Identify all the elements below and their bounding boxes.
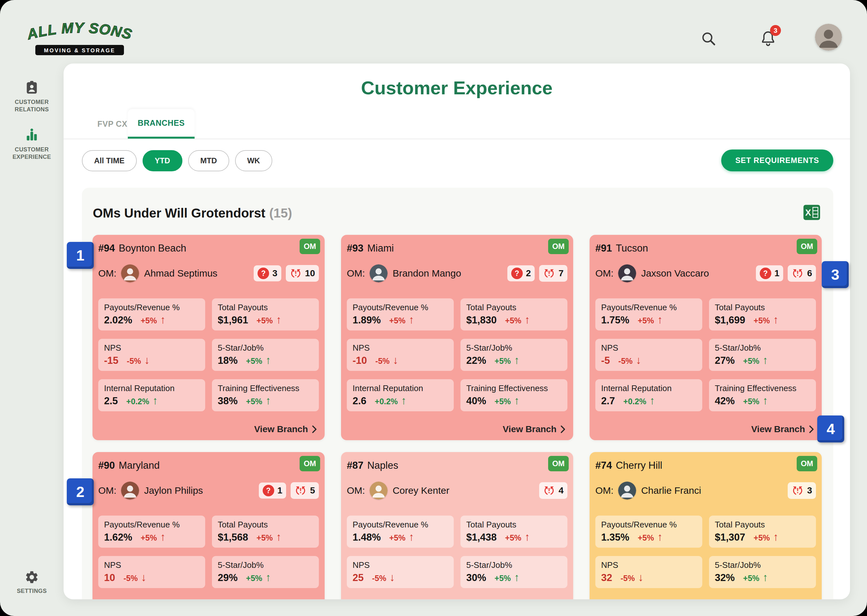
search-button[interactable] — [699, 30, 717, 47]
metrics-grid: Payouts/Revenue % 1.48% +5% ↑ Total Payo… — [347, 515, 567, 588]
trend-arrow: ↑ — [409, 534, 414, 540]
alert-count: 5 — [310, 486, 315, 496]
metric-change: +5% — [638, 316, 654, 325]
branch-card[interactable]: OM #90Maryland OM: Jaylon Philips ? 1 — [93, 452, 325, 599]
metric-change: +0.2% — [623, 397, 646, 406]
metric-cell: 5-Star/Job% 30% +5% ↑ — [460, 556, 567, 588]
metric-trend: +5% ↑ — [246, 574, 271, 583]
metric-value: 22% — [466, 355, 486, 366]
view-branch-link[interactable]: View Branch — [254, 424, 317, 434]
om-row: OM: Jaylon Philips ? 1 — [98, 482, 319, 500]
metric-value: $1,438 — [466, 532, 497, 543]
alert-badge: 10 — [286, 265, 319, 282]
question-icon: ? — [511, 267, 523, 279]
view-branch-link[interactable]: View Branch — [751, 424, 814, 434]
metric-change: +0.2% — [126, 397, 149, 406]
metric-trend: +5% ↑ — [505, 316, 530, 325]
metric-value: 18% — [218, 355, 238, 366]
om-label: OM: — [595, 268, 614, 279]
metric-value: 30% — [466, 572, 486, 584]
metric-trend: -5% ↓ — [620, 574, 643, 583]
sync-alert-icon — [791, 484, 804, 497]
metric-cell: Payouts/Revenue % 1.89% +5% ↑ — [347, 299, 454, 330]
sidebar-item-customer-experience[interactable]: CUSTOMER EXPERIENCE — [0, 127, 63, 161]
branch-card-row-2: OM #90Maryland OM: Jaylon Philips ? 1 — [93, 452, 822, 599]
trend-arrow: ↑ — [525, 534, 530, 540]
metric-label: Total Payouts — [466, 303, 562, 313]
export-excel-button[interactable]: X — [803, 204, 820, 222]
metric-label: NPS — [353, 343, 448, 353]
tab-branches[interactable]: BRANCHES — [128, 109, 195, 138]
metric-trend: +5% ↑ — [638, 533, 663, 542]
customer-experience-icon — [24, 127, 40, 143]
metric-value: 2.7 — [601, 395, 615, 407]
metric-label: NPS — [104, 560, 199, 570]
om-name: Brandon Mango — [393, 268, 462, 279]
metric-cell: Payouts/Revenue % 1.75% +5% ↑ — [595, 299, 702, 330]
metric-trend: +0.2% ↑ — [623, 397, 655, 406]
question-badge: ? 3 — [254, 266, 281, 281]
om-avatar — [121, 264, 139, 282]
filter-wk[interactable]: WK — [235, 150, 272, 171]
om-badge: OM — [797, 456, 817, 471]
om-avatar — [121, 482, 139, 500]
gear-icon — [24, 570, 39, 585]
metric-value: 2.6 — [353, 395, 366, 407]
metric-trend: +5% ↑ — [389, 533, 414, 542]
metric-label: 5-Star/Job% — [715, 343, 810, 353]
filter-all-time[interactable]: All TIME — [82, 150, 137, 171]
branch-card[interactable]: OM #74Cherry Hill OM: Charlie Franci — [590, 452, 822, 599]
metric-label: Training Effectiveness — [715, 383, 810, 393]
metric-change: +5% — [246, 397, 262, 406]
metric-cell: Training Effectiveness 40% +5% ↑ — [460, 379, 567, 411]
branch-card[interactable]: OM #93Miami OM: Brandon Mango ? 2 — [341, 235, 573, 440]
om-name: Charlie Franci — [641, 485, 701, 496]
metric-trend: +5% ↑ — [754, 533, 779, 542]
filter-mtd[interactable]: MTD — [188, 150, 229, 171]
view-branch-link[interactable]: View Branch — [503, 424, 566, 434]
question-icon: ? — [257, 267, 269, 279]
trend-arrow: ↑ — [514, 574, 520, 580]
notification-count-badge: 3 — [770, 25, 781, 36]
metrics-grid: Payouts/Revenue % 1.62% +5% ↑ Total Payo… — [98, 515, 319, 588]
sidebar-item-customer-relations[interactable]: CUSTOMER RELATIONS — [0, 80, 63, 113]
metric-value: 1.89% — [353, 314, 381, 326]
metric-value: $1,568 — [218, 532, 248, 543]
branch-card[interactable]: OM #87Naples OM: Corey Kenter — [341, 452, 573, 599]
chevron-right-icon — [312, 425, 317, 434]
user-avatar[interactable] — [815, 24, 842, 51]
branch-card[interactable]: OM #94Boynton Beach OM: Ahmad Septimus ?… — [93, 235, 325, 440]
metric-cell: NPS 32 -5% ↓ — [595, 556, 702, 588]
notifications-button[interactable]: 3 — [758, 28, 778, 49]
sidebar-item-settings[interactable]: SETTINGS — [0, 570, 63, 595]
svg-text:ALL MY SONS: ALL MY SONS — [25, 20, 134, 42]
branch-name: Tucson — [616, 242, 648, 254]
metric-trend: -5% ↓ — [375, 357, 398, 366]
branch-card-header: #74Cherry Hill — [595, 452, 816, 471]
metric-change: +5% — [638, 533, 654, 542]
svg-text:MOVING & STORAGE: MOVING & STORAGE — [44, 47, 115, 53]
branch-name: Miami — [367, 242, 394, 254]
metric-cell: Total Payouts $1,438 +5% ↑ — [460, 515, 567, 548]
metric-change: +5% — [495, 357, 511, 366]
metric-label: 5-Star/Job% — [466, 343, 562, 353]
om-name: Ahmad Septimus — [144, 268, 218, 279]
metric-label: Total Payouts — [218, 520, 313, 530]
metric-trend: +5% ↑ — [257, 316, 282, 325]
trend-arrow: ↑ — [266, 574, 271, 580]
company-logo: ALL MY SONS MOVING & STORAGE — [17, 17, 143, 57]
metric-change: -5% — [375, 357, 389, 366]
set-requirements-button[interactable]: SET REQUIREMENTS — [721, 149, 833, 171]
customer-relations-icon — [24, 80, 40, 96]
metric-cell: NPS 10 -5% ↓ — [98, 556, 205, 588]
branch-card-header: #90Maryland — [98, 452, 319, 471]
metric-trend: +5% ↑ — [743, 574, 768, 583]
branch-card[interactable]: OM #91Tucson OM: Jaxson Vaccaro ? 1 — [590, 235, 822, 440]
filter-ytd[interactable]: YTD — [143, 150, 182, 171]
om-label: OM: — [347, 485, 365, 496]
annotation-marker-2: 2 — [67, 478, 94, 505]
metric-trend: +5% ↑ — [754, 316, 779, 325]
metric-label: 5-Star/Job% — [466, 560, 562, 570]
om-badge: OM — [548, 456, 569, 471]
om-row: OM: Charlie Franci 3 — [595, 482, 816, 500]
